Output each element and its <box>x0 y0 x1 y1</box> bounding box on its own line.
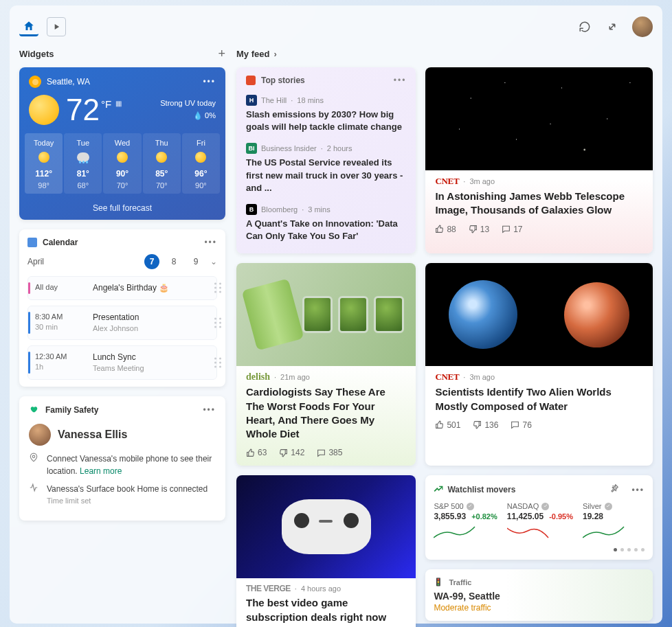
chevron-down-icon[interactable]: ⌄ <box>210 257 217 266</box>
widgets-header: Widgets + <box>19 44 225 63</box>
traffic-route: WA-99, Seattle <box>434 591 645 602</box>
news-headline: In Astonishing James Webb Telescope Imag… <box>435 190 643 218</box>
news-image-planets <box>425 263 653 366</box>
weather-widget[interactable]: Seattle, WA ••• 72°F ▦ Strong UV today 💧… <box>19 67 225 220</box>
top-story-item[interactable]: BBloomberg · 3 minsA Quant's Take on Inn… <box>246 204 406 242</box>
news-headline: The best video game subscription deals r… <box>246 596 406 624</box>
weather-icon <box>29 76 41 88</box>
top-stories-title: Top stories <box>261 76 305 85</box>
calendar-date-chip[interactable]: 8 <box>166 254 181 269</box>
top-bar <box>19 12 653 41</box>
comment-button[interactable]: 17 <box>502 225 522 234</box>
dislike-button[interactable]: 142 <box>279 448 304 457</box>
pagination-dots[interactable] <box>434 548 645 551</box>
learn-more-link[interactable]: Learn more <box>80 466 122 476</box>
weather-more-button[interactable]: ••• <box>203 77 216 87</box>
family-title: Family Safety <box>45 405 98 415</box>
top-stories-card[interactable]: Top stories ••• HThe Hill · 18 minsSlash… <box>236 67 416 253</box>
watchlist-widget[interactable]: Watchlist movers ••• S&P 5003,855.93+0.8… <box>425 475 653 560</box>
calendar-event[interactable]: 8:30 AM30 minPresentationAlex Johnson <box>27 306 217 340</box>
forecast-day[interactable]: Thu85°70° <box>143 133 181 194</box>
forecast-day[interactable]: Tue81°68° <box>64 133 102 194</box>
location-pin-icon <box>29 453 40 477</box>
heart-shield-icon <box>29 404 40 415</box>
family-more-button[interactable]: ••• <box>203 405 216 415</box>
news-card-webb[interactable]: CNET · 3m ago In Astonishing James Webb … <box>425 67 653 253</box>
calendar-icon <box>27 238 37 247</box>
comment-button[interactable]: 76 <box>511 420 531 430</box>
calendar-title: Calendar <box>43 238 78 247</box>
weather-forecast-row: Today112°98°Tue81°68°Wed90°70°Thu85°70°F… <box>19 130 225 196</box>
traffic-title: Traffic <box>449 578 471 586</box>
top-stories-more-button[interactable]: ••• <box>394 76 407 85</box>
source-verge: THE VERGE <box>246 584 291 593</box>
calendar-month: April <box>27 257 44 266</box>
top-stories-icon <box>246 76 256 85</box>
weather-temp: 72°F ▦ <box>66 95 122 125</box>
forecast-day[interactable]: Wed90°70° <box>103 133 141 194</box>
weather-location: Seattle, WA <box>47 77 90 87</box>
news-time: 3m ago <box>469 373 495 381</box>
calendar-event[interactable]: 12:30 AM1hLunch SyncTeams Meeting <box>27 345 217 380</box>
news-headline: Scientists Identify Two Alien Worlds Mos… <box>435 385 643 413</box>
see-full-forecast-link[interactable]: See full forecast <box>19 196 225 213</box>
add-widget-button[interactable]: + <box>218 47 225 61</box>
traffic-widget[interactable]: 🚦 Traffic WA-99, Seattle Moderate traffi… <box>425 569 653 621</box>
news-card-verge[interactable]: THE VERGE · 4 hours ago The best video g… <box>236 475 416 627</box>
family-safety-widget[interactable]: Family Safety ••• Vanessa Ellis Connect … <box>19 396 225 521</box>
source-cnet: CNET <box>435 372 459 383</box>
calendar-event[interactable]: All dayAngela's Birthday 🎂 <box>27 276 217 300</box>
traffic-icon: 🚦 <box>434 578 443 586</box>
chevron-right-icon: › <box>273 49 276 59</box>
pin-button[interactable] <box>609 483 623 495</box>
news-card-delish[interactable]: delish · 21m ago Cardiologists Say These… <box>236 263 416 466</box>
weather-alert: Strong UV today <box>160 98 216 110</box>
trending-icon <box>434 485 443 494</box>
news-headline: Cardiologists Say These Are The Worst Fo… <box>246 385 406 441</box>
feed-header[interactable]: My feed › <box>236 44 653 63</box>
weather-precip: 💧 0% <box>160 110 216 122</box>
stock-item[interactable]: Silver19.28 <box>583 502 645 543</box>
dislike-button[interactable]: 136 <box>473 420 498 430</box>
watchlist-more-button[interactable]: ••• <box>631 485 645 494</box>
watchlist-title: Watchlist movers <box>447 485 515 494</box>
calendar-widget[interactable]: Calendar ••• April 789⌄ All dayAngela's … <box>19 229 225 387</box>
stock-item[interactable]: S&P 5003,855.93+0.82% <box>434 502 497 543</box>
news-image-food <box>236 263 416 366</box>
like-button[interactable]: 501 <box>435 420 460 430</box>
home-tab[interactable] <box>19 17 38 36</box>
family-device-text: Vanessa's Surface book Home is connected… <box>47 483 208 507</box>
comment-button[interactable]: 385 <box>317 448 342 457</box>
like-button[interactable]: 63 <box>246 448 267 457</box>
family-location-text: Connect Vanessa's mobile phone to see th… <box>47 453 216 477</box>
widgets-label: Widgets <box>19 49 54 59</box>
dislike-button[interactable]: 13 <box>469 225 489 234</box>
svg-point-0 <box>32 455 35 458</box>
like-button[interactable]: 88 <box>435 225 456 234</box>
news-time: 4 hours ago <box>301 584 341 593</box>
news-time: 3m ago <box>469 177 495 185</box>
source-delish: delish <box>246 372 270 383</box>
sun-icon <box>29 95 59 125</box>
news-card-aliens[interactable]: CNET · 3m ago Scientists Identify Two Al… <box>425 263 653 466</box>
activity-icon <box>29 483 40 507</box>
family-member-avatar <box>29 424 51 446</box>
top-story-item[interactable]: BIBusiness Insider · 2 hoursThe US Posta… <box>246 143 406 194</box>
family-member-name: Vanessa Ellis <box>58 429 127 441</box>
forecast-day[interactable]: Fri96°90° <box>182 133 220 194</box>
video-tab[interactable] <box>47 17 66 36</box>
calendar-date-chip[interactable]: 9 <box>188 254 203 269</box>
calendar-more-button[interactable]: ••• <box>204 238 217 247</box>
calendar-date-chip[interactable]: 7 <box>144 254 159 269</box>
expand-button[interactable] <box>605 19 620 34</box>
source-cnet: CNET <box>435 176 459 187</box>
forecast-day[interactable]: Today112°98° <box>25 133 63 194</box>
top-story-item[interactable]: HThe Hill · 18 minsSlash emissions by 20… <box>246 95 406 133</box>
traffic-status: Moderate traffic <box>434 603 645 613</box>
user-avatar[interactable] <box>632 16 653 37</box>
stock-item[interactable]: NASDAQ11,425.05-0.95% <box>507 502 573 543</box>
refresh-button[interactable] <box>577 19 592 34</box>
news-image-gaming <box>236 475 416 578</box>
feed-label: My feed <box>236 49 269 59</box>
news-image-galaxies <box>425 67 653 170</box>
